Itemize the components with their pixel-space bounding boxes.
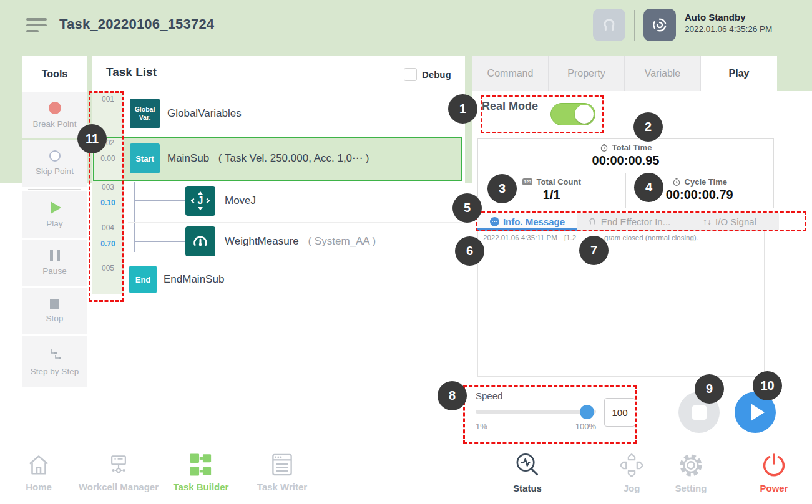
log-message-right: gram closed (normal closing). [604,234,698,241]
gripper-icon [600,16,619,34]
app-screen: Task_20220106_153724 Auto Standby 2022.0… [0,0,812,504]
header: Task_20220106_153724 Auto Standby 2022.0… [0,0,812,56]
nav-setting[interactable]: Setting [647,452,735,493]
speed-label: Speed [476,390,502,401]
step-by-step-button[interactable]: Step by Step [22,336,87,387]
speed-max-label: 100% [566,422,596,431]
stop-icon [692,405,707,420]
movej-icon-letter: J [198,196,203,206]
pause-tool-button[interactable]: Pause [22,240,87,286]
break-point-button[interactable]: Break Point [22,92,87,138]
task-row-mainsub[interactable]: MainSub ( Task Vel. 250.000, Acc. 1,0⋯ ) [167,143,369,173]
skip-point-button[interactable]: Skip Point [22,140,87,187]
nav-workcell-manager[interactable]: Workcell Manager [75,452,162,492]
cycle-time-value: 00:00:00.79 [626,188,774,202]
robot-state-button[interactable] [643,9,676,41]
tab-property[interactable]: Property [549,56,625,91]
stop-tool-button[interactable]: Stop [22,288,87,334]
nav-power[interactable]: Power [730,452,812,493]
play-icon [51,201,61,214]
nav-status[interactable]: Status [484,452,571,493]
tab-command[interactable]: Command [472,56,549,91]
tool-label: Play [46,219,62,228]
row-number: 003 [92,183,124,191]
status-title: Auto Standby [685,12,772,22]
tab-play[interactable]: Play [701,56,777,91]
play-tool-button[interactable]: Play [22,191,87,238]
msg-tab-label: I/O Signal [715,216,756,227]
tab-label: Command [487,68,534,79]
weight-measure-icon [185,226,215,256]
tab-label: Play [729,68,750,79]
nav-task-builder[interactable]: Task Builder [157,452,245,492]
right-panel: Command Property Variable Play Real Mode… [472,56,812,443]
tools-sidebar: Tools Break Point Skip Point Play Pause … [22,56,87,388]
badge-text: Global [135,105,155,114]
nav-home[interactable]: Home [0,452,82,492]
end-badge: End [129,266,157,293]
total-count-cell: 123 Total Count 1/1 [478,173,626,208]
task-row-movej[interactable] [124,182,465,221]
movej-icon: J [185,186,215,216]
total-time-label: Total Time [612,143,652,152]
total-count-value: 1/1 [478,188,625,202]
task-row-detail: ( System_AA ) [308,235,376,247]
robot-status: Auto Standby 2022.01.06 4:35:26 PM [685,12,772,34]
play-button[interactable] [735,392,776,433]
msg-tab-label: Info. Message [503,216,565,227]
end-effector-button[interactable] [593,9,625,41]
cycle-time-cell: Cycle Time 00:00:00.79 [626,173,774,208]
stats-bottom-row: 123 Total Count 1/1 Cycle Time 00:00:00.… [478,173,773,208]
skip-point-icon [49,150,61,162]
debug-checkbox[interactable] [404,68,417,81]
nav-label: Setting [675,483,707,493]
bottom-navigation: Home Workcell Manager Task Builder Task … [0,445,812,504]
nav-task-writer[interactable]: Task Writer [238,452,326,492]
speed-value-input[interactable] [604,398,635,427]
tab-variable[interactable]: Variable [625,56,701,91]
task-row-label: WeightMeasure [225,235,299,247]
badge-text: End [135,275,151,284]
speed-slider[interactable] [476,410,596,414]
tab-io-signal[interactable]: ↑↓ I/O Signal [680,213,779,230]
break-point-icon [49,102,61,114]
speed-slider-thumb[interactable] [580,405,594,419]
gripper-icon [587,216,597,226]
real-mode-toggle[interactable] [550,103,595,125]
io-arrows-icon: ↑↓ [703,216,712,226]
row-separator [128,263,462,263]
log-message-left: [1.2 [564,234,576,241]
active-tab-underline [476,228,577,231]
count-badge-icon: 123 [522,178,533,185]
total-time-value: 00:00:00.95 [478,153,773,168]
tool-label: Skip Point [36,167,74,176]
swirl-icon [650,16,669,34]
badge-text: Var. [139,114,151,122]
total-time-cell: Total Time 00:00:00.95 [478,139,773,173]
tab-label: Property [567,68,605,79]
nav-label: Status [513,483,542,493]
row-time: 0.00 [92,154,124,163]
nav-label: Task Builder [174,482,229,492]
tab-info-message[interactable]: Info. Message [477,213,577,230]
nav-label: Home [26,482,52,492]
play-icon [751,404,765,421]
real-mode-label: Real Mode [482,95,538,118]
stop-icon [50,299,59,309]
home-icon [26,452,52,478]
nav-label: Workcell Manager [79,482,159,492]
task-row-detail: ( Task Vel. 250.000, Acc. 1,0⋯ ) [218,152,369,164]
debug-label: Debug [422,69,451,80]
info-message-log[interactable]: 2022.01.06 4:35:11 PM [1.2 gram closed (… [477,230,765,377]
log-timestamp: 2022.01.06 4:35:11 PM [483,234,557,241]
log-row: 2022.01.06 4:35:11 PM [1.2 gram closed (… [478,231,764,245]
hamburger-menu-icon[interactable] [26,18,47,32]
stop-button[interactable] [678,392,720,433]
info-message-icon [490,217,499,226]
tab-label: Variable [645,68,681,79]
task-row-label: GlobalVariables [167,99,242,128]
task-builder-icon [187,452,215,478]
tab-end-effector-info[interactable]: End Effector In... [577,213,680,230]
jog-icon [618,452,645,479]
workcell-manager-icon [105,452,132,478]
